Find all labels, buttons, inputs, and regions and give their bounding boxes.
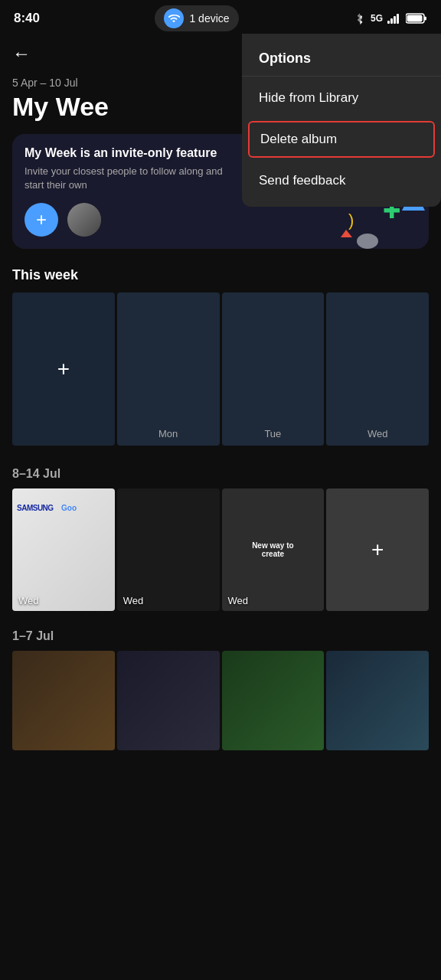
google-logo: Goo — [61, 504, 77, 512]
dropdown-item-delete[interactable]: Delete album — [248, 121, 435, 158]
device-label: 1 device — [189, 12, 229, 24]
week-grid: + Mon Tue Wed — [12, 292, 429, 446]
photo-day-label-wed-1: Wed — [18, 595, 39, 606]
dropdown-item-feedback[interactable]: Send feedback — [242, 161, 441, 201]
bottom-cell-3[interactable] — [222, 651, 325, 750]
section-label-1-7: 1–7 Jul — [12, 629, 429, 643]
add-photo-icon: + — [371, 537, 384, 562]
invite-description: Invite your closest people to follow alo… — [24, 165, 239, 192]
svg-rect-6 — [424, 17, 426, 21]
photo-grid-8-14: SAMSUNG Goo Wed Wed New way to create We… — [12, 488, 429, 611]
dropdown-item-hide[interactable]: Hide from Library — [242, 78, 441, 118]
wifi-icon — [164, 8, 184, 28]
photo-text: New way to create — [247, 541, 299, 558]
svg-marker-10 — [341, 230, 352, 237]
week-cell-mon: Mon — [117, 292, 220, 446]
photo-day-label-wed-3: Wed — [228, 595, 249, 606]
bottom-cell-4[interactable] — [326, 651, 429, 750]
dropdown-menu: Options Hide from Library Delete album S… — [242, 34, 441, 207]
add-icon: + — [57, 357, 70, 381]
photo-cell-add[interactable]: + — [326, 488, 429, 611]
bottom-cell-2[interactable] — [117, 651, 220, 750]
section-8-14-jul: 8–14 Jul SAMSUNG Goo Wed Wed New way to … — [0, 467, 441, 611]
svg-rect-2 — [394, 16, 396, 24]
add-people-button[interactable]: + — [24, 203, 58, 237]
svg-text:): ) — [348, 211, 354, 230]
back-button[interactable]: ← — [12, 40, 37, 67]
battery-icon — [406, 13, 427, 24]
section-1-7-jul: 1–7 Jul — [0, 629, 441, 750]
week-cell-wed: Wed — [326, 292, 429, 446]
week-cell-add[interactable]: + — [12, 292, 115, 446]
bottom-cell-1[interactable] — [12, 651, 115, 750]
status-icons: 5G — [354, 12, 427, 24]
avatar-image — [67, 203, 101, 237]
photo-cell-dark[interactable]: Wed — [117, 488, 220, 611]
photo-cell-text[interactable]: New way to create Wed — [222, 488, 325, 611]
svg-rect-5 — [407, 15, 422, 22]
this-week-label: This week — [12, 267, 429, 283]
photo-cell-samsung[interactable]: SAMSUNG Goo Wed — [12, 488, 115, 611]
bluetooth-icon — [354, 12, 366, 24]
dropdown-divider-1 — [242, 76, 441, 77]
hotspot-indicator: 1 device — [155, 5, 238, 31]
svg-point-11 — [357, 234, 378, 249]
svg-rect-0 — [387, 21, 390, 24]
day-label-wed: Wed — [368, 428, 388, 439]
bottom-photo-grid — [12, 651, 429, 750]
day-label-tue: Tue — [264, 428, 281, 439]
status-time: 8:40 — [14, 11, 40, 26]
week-cell-tue: Tue — [222, 292, 325, 446]
avatar — [67, 203, 101, 237]
signal-text: 5G — [371, 13, 383, 24]
photo-day-label-wed-2: Wed — [123, 595, 144, 606]
svg-rect-1 — [390, 18, 393, 24]
section-label-8-14: 8–14 Jul — [12, 467, 429, 481]
dropdown-header: Options — [242, 40, 441, 74]
samsung-logo: SAMSUNG — [17, 504, 54, 512]
status-bar: 8:40 1 device 5G — [0, 0, 441, 34]
svg-rect-3 — [397, 14, 399, 24]
day-label-mon: Mon — [158, 428, 178, 439]
signal-bars-icon — [387, 13, 401, 24]
